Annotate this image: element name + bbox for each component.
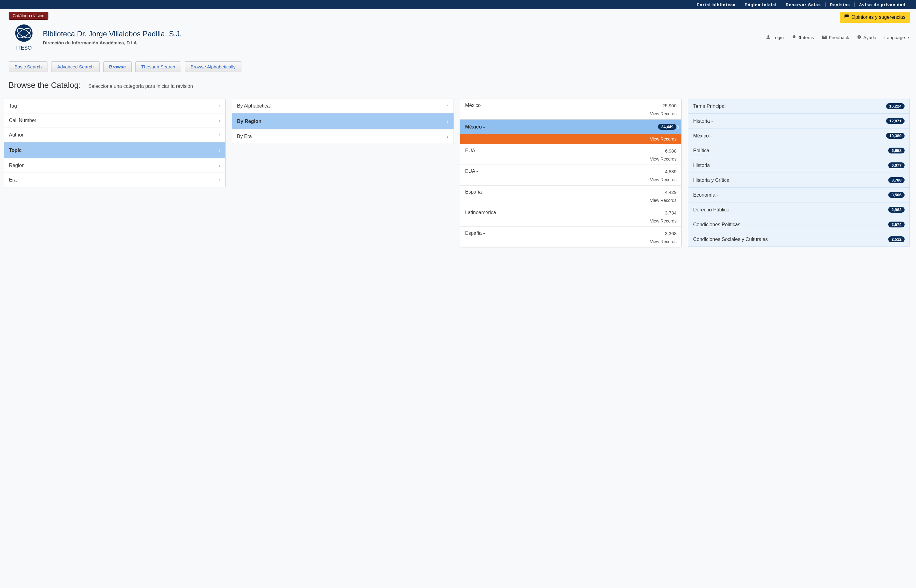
topic-name: Economía - (693, 192, 719, 198)
view-records-link[interactable]: View Records (460, 155, 682, 165)
region-head[interactable]: España -3,368 (460, 227, 682, 237)
topic-item[interactable]: Historia y Crítica3,788 (688, 173, 910, 188)
category-item[interactable]: Region› (4, 158, 225, 173)
topic-name: Tema Principal (693, 103, 725, 109)
region-head[interactable]: México25,900 (460, 99, 682, 110)
topic-column: Tema Principal16,224Historia -12,871Méxi… (688, 99, 910, 247)
region-head[interactable]: EUA6,988 (460, 144, 682, 155)
subcategory-item[interactable]: By Era› (232, 129, 453, 144)
topnav-link[interactable]: Reservar Salas (781, 2, 825, 7)
topnav-link[interactable]: Revistas (826, 2, 855, 7)
browse-heading: Browse the Catalog: Seleccione una categ… (0, 72, 916, 90)
topic-count-badge: 16,224 (886, 103, 905, 109)
topic-name: Derecho Público - (693, 207, 732, 213)
feedback-link[interactable]: Feedback (822, 35, 849, 40)
topic-count-badge: 2,512 (888, 236, 905, 242)
topic-item[interactable]: Historia -12,871 (688, 114, 910, 129)
region-count: 6,988 (665, 148, 677, 153)
region-head[interactable]: México -24,449 (460, 120, 682, 134)
topic-count-badge: 2,574 (888, 221, 905, 228)
site-title: Biblioteca Dr. Jorge Villalobos Padilla,… (43, 29, 181, 38)
topic-item[interactable]: Derecho Público -2,982 (688, 202, 910, 217)
region-item[interactable]: México25,900View Records (460, 99, 682, 120)
region-item[interactable]: Latinoamérica3,734View Records (460, 206, 682, 227)
region-count: 24,449 (658, 124, 676, 130)
region-count: 4,889 (665, 169, 677, 174)
view-records-link[interactable]: View Records (460, 196, 682, 206)
help-link[interactable]: ? Ayuda (857, 35, 876, 40)
topic-name: Condiciones Políticas (693, 222, 740, 228)
titles: Biblioteca Dr. Jorge Villalobos Padilla,… (43, 29, 181, 45)
region-name: España - (465, 231, 485, 236)
page-subtitle: Seleccione una categoría para iniciar la… (88, 84, 193, 89)
topic-list: Tema Principal16,224Historia -12,871Méxi… (688, 99, 910, 247)
site-subtitle: Dirección de Información Académica, D I … (43, 40, 181, 45)
cart-count: 0 (798, 35, 801, 40)
region-count: 25,900 (662, 103, 676, 108)
category-item[interactable]: Author› (4, 128, 225, 142)
topic-item[interactable]: Tema Principal16,224 (688, 99, 910, 114)
category-item-label: Author (9, 132, 23, 138)
topic-item[interactable]: Condiciones Sociales y Culturales2,512 (688, 232, 910, 247)
subcategory-item[interactable]: By Alphabetical› (232, 99, 453, 113)
feedback-suggestions-button[interactable]: Opiniones y sugerencias (840, 12, 910, 23)
category-item[interactable]: Topic› (4, 142, 225, 158)
subcategory-item[interactable]: By Region› (232, 113, 453, 129)
view-records-link[interactable]: View Records (460, 110, 682, 119)
region-item[interactable]: México -24,449View Records (460, 120, 682, 144)
topic-item[interactable]: México -10,380 (688, 129, 910, 143)
chevron-right-icon: › (219, 163, 220, 168)
chevron-right-icon: › (219, 118, 220, 123)
language-dropdown[interactable]: Language ▼ (884, 35, 910, 40)
search-tabs: Basic Search Advanced Search Browse Thes… (0, 52, 916, 72)
category-item[interactable]: Era› (4, 173, 225, 187)
region-count: 4,429 (665, 189, 677, 195)
subcategory-item-label: By Era (237, 134, 252, 139)
caret-down-icon: ▼ (907, 36, 910, 39)
region-head[interactable]: España4,429 (460, 186, 682, 196)
region-name: España (465, 189, 482, 195)
category-item-label: Topic (9, 148, 21, 153)
tab-browse[interactable]: Browse (103, 61, 132, 72)
topic-count-badge: 3,506 (888, 192, 905, 198)
region-item[interactable]: España -3,368View Records (460, 227, 682, 247)
region-item[interactable]: EUA -4,889View Records (460, 165, 682, 186)
tab-advanced-search[interactable]: Advanced Search (51, 61, 99, 72)
topic-item[interactable]: Condiciones Políticas2,574 (688, 217, 910, 232)
topic-count-badge: 6,658 (888, 148, 905, 153)
view-records-link[interactable]: View Records (460, 134, 682, 144)
topnav-link[interactable]: Página inicial (740, 2, 781, 7)
language-label: Language (884, 35, 905, 40)
cart-link[interactable]: 0 items (792, 35, 814, 40)
view-records-link[interactable]: View Records (460, 216, 682, 226)
classic-catalog-button[interactable]: Catálogo clásico (9, 12, 49, 20)
topic-name: Condiciones Sociales y Culturales (693, 237, 768, 242)
category-item-label: Era (9, 177, 17, 183)
topic-name: Historia (693, 163, 710, 168)
user-links: Login 0 items Feedback ? Ayuda Language … (766, 35, 910, 40)
topic-item[interactable]: Historia6,077 (688, 158, 910, 173)
region-head[interactable]: Latinoamérica3,734 (460, 206, 682, 216)
region-list: México25,900View RecordsMéxico -24,449Vi… (460, 99, 682, 247)
chevron-right-icon: › (218, 147, 220, 154)
category-item[interactable]: Tag› (4, 99, 225, 113)
login-link[interactable]: Login (766, 35, 784, 40)
topic-item[interactable]: Economía -3,506 (688, 188, 910, 202)
tab-browse-alphabetically[interactable]: Browse Alphabetically (184, 61, 241, 72)
tab-basic-search[interactable]: Basic Search (9, 61, 47, 72)
tab-thesauri-search[interactable]: Thesauri Search (135, 61, 181, 72)
user-icon (766, 35, 770, 40)
category-item[interactable]: Call Number› (4, 113, 225, 128)
region-column: México25,900View RecordsMéxico -24,449Vi… (460, 99, 682, 247)
topnav-link[interactable]: Aviso de privacidad (855, 2, 910, 7)
topnav-link[interactable]: Portal biblioteca (693, 2, 741, 7)
region-item[interactable]: EUA6,988View Records (460, 144, 682, 165)
chevron-right-icon: › (447, 103, 448, 108)
chevron-right-icon: › (219, 132, 220, 137)
view-records-link[interactable]: View Records (460, 175, 682, 185)
region-item[interactable]: España4,429View Records (460, 186, 682, 206)
region-name: México (465, 103, 481, 108)
region-head[interactable]: EUA -4,889 (460, 165, 682, 175)
view-records-link[interactable]: View Records (460, 237, 682, 247)
topic-item[interactable]: Política -6,658 (688, 143, 910, 158)
